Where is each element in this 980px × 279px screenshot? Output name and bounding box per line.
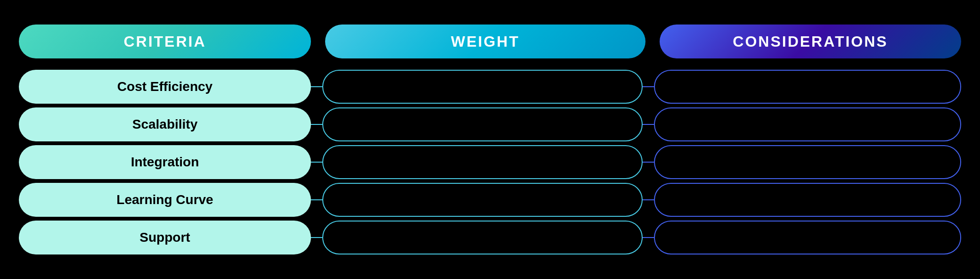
criteria-label-learning-curve: Learning Curve [116, 192, 213, 207]
weight-cell-support[interactable] [322, 221, 643, 254]
header-considerations: CONSIDERATIONS [660, 25, 961, 58]
table-row: Scalability [19, 107, 961, 141]
criteria-cell-scalability: Scalability [19, 107, 311, 141]
right-connector-scalability [643, 124, 654, 125]
left-connector-learning-curve [311, 199, 322, 200]
weight-cell-scalability[interactable] [322, 107, 643, 141]
criteria-label-integration: Integration [131, 155, 199, 170]
criteria-label-scalability: Scalability [132, 117, 198, 132]
header-row: CRITERIA WEIGHT CONSIDERATIONS [19, 25, 961, 58]
considerations-cell-cost-efficiency[interactable] [654, 70, 961, 104]
right-connector-integration [643, 162, 654, 163]
criteria-cell-support: Support [19, 221, 311, 254]
considerations-header-label: CONSIDERATIONS [733, 33, 888, 50]
right-connector-support [643, 237, 654, 238]
table-row: Cost Efficiency [19, 70, 961, 104]
right-connector-cost-efficiency [643, 86, 654, 87]
weight-cell-integration[interactable] [322, 145, 643, 179]
criteria-header-label: CRITERIA [123, 33, 206, 50]
table-row: Integration [19, 145, 961, 179]
table-row: Learning Curve [19, 183, 961, 217]
considerations-cell-support[interactable] [654, 221, 961, 254]
main-table: CRITERIA WEIGHT CONSIDERATIONS Cost Effi… [0, 15, 980, 264]
right-connector-learning-curve [643, 199, 654, 200]
criteria-cell-integration: Integration [19, 145, 311, 179]
data-rows: Cost Efficiency Scalability Integration [19, 70, 961, 254]
criteria-cell-cost-efficiency: Cost Efficiency [19, 70, 311, 104]
left-connector-scalability [311, 124, 322, 125]
header-weight: WEIGHT [325, 25, 645, 58]
criteria-label-cost-efficiency: Cost Efficiency [117, 79, 212, 94]
left-connector-cost-efficiency [311, 86, 322, 87]
header-criteria: CRITERIA [19, 25, 311, 58]
criteria-label-support: Support [139, 230, 190, 245]
considerations-cell-scalability[interactable] [654, 107, 961, 141]
left-connector-support [311, 237, 322, 238]
criteria-cell-learning-curve: Learning Curve [19, 183, 311, 217]
weight-header-label: WEIGHT [451, 33, 520, 50]
table-row: Support [19, 221, 961, 254]
considerations-cell-learning-curve[interactable] [654, 183, 961, 217]
considerations-cell-integration[interactable] [654, 145, 961, 179]
left-connector-integration [311, 162, 322, 163]
weight-cell-cost-efficiency[interactable] [322, 70, 643, 104]
weight-cell-learning-curve[interactable] [322, 183, 643, 217]
